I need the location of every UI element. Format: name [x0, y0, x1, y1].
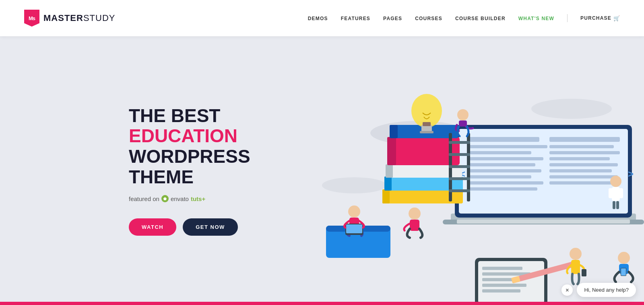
- svg-rect-50: [449, 153, 470, 156]
- svg-rect-29: [609, 188, 613, 198]
- svg-rect-21: [549, 169, 612, 172]
- featured-line: featured on envatotuts+: [129, 195, 298, 202]
- svg-point-54: [457, 109, 469, 120]
- svg-rect-46: [423, 122, 431, 126]
- nav-link-purchase[interactable]: PURCHASE: [580, 15, 611, 21]
- hero-title: THE BEST EDUCATION WORDPRESS THEME: [129, 106, 298, 187]
- svg-rect-42: [390, 125, 398, 138]
- chat-widget: × Hi, Need any help?: [561, 283, 636, 297]
- chat-close-button[interactable]: ×: [561, 284, 573, 296]
- nav-item-whats-new[interactable]: WHAT'S NEW: [518, 15, 554, 22]
- hero-content: THE BEST EDUCATION WORDPRESS THEME featu…: [129, 106, 298, 236]
- svg-rect-80: [621, 268, 626, 276]
- hero-illustration: < >: [290, 44, 644, 305]
- svg-rect-40: [387, 137, 396, 165]
- svg-rect-12: [467, 169, 541, 172]
- nav-link-pages[interactable]: PAGES: [383, 16, 402, 21]
- svg-rect-31: [613, 201, 615, 209]
- svg-rect-45: [420, 131, 433, 133]
- svg-rect-15: [467, 187, 537, 191]
- logo[interactable]: Ms MASTERSTUDY: [24, 10, 115, 27]
- watch-button[interactable]: WATCH: [129, 218, 176, 236]
- svg-rect-69: [482, 284, 526, 287]
- svg-rect-51: [449, 165, 470, 168]
- svg-rect-13: [467, 175, 531, 178]
- svg-point-2: [322, 177, 386, 193]
- nav-item-courses[interactable]: COURSES: [415, 15, 442, 22]
- svg-rect-20: [549, 163, 618, 166]
- svg-rect-66: [482, 267, 522, 270]
- svg-rect-19: [549, 157, 610, 160]
- nav-link-course-builder[interactable]: COURSE BUILDER: [455, 16, 506, 21]
- nav-link-whats-new[interactable]: WHAT'S NEW: [518, 16, 554, 21]
- envato-icon: [161, 195, 169, 202]
- svg-rect-61: [346, 224, 362, 233]
- svg-rect-22: [549, 175, 618, 178]
- svg-rect-38: [386, 164, 393, 178]
- svg-point-27: [610, 176, 621, 187]
- nav-link-demos[interactable]: DEMOS: [308, 16, 328, 21]
- svg-rect-49: [449, 141, 470, 144]
- svg-rect-17: [549, 145, 614, 148]
- nav-link-features[interactable]: FEATURES: [341, 16, 370, 21]
- svg-point-62: [409, 207, 421, 220]
- main-nav: Ms MASTERSTUDY DEMOS FEATURES PAGES COUR…: [0, 0, 644, 36]
- hero-section: THE BEST EDUCATION WORDPRESS THEME featu…: [0, 36, 644, 305]
- hero-buttons: WATCH GET NOW: [129, 218, 298, 236]
- svg-rect-11: [467, 163, 535, 166]
- bottom-strip: [0, 302, 644, 305]
- nav-item-demos[interactable]: DEMOS: [308, 15, 328, 22]
- svg-rect-10: [467, 157, 543, 160]
- svg-rect-76: [582, 269, 586, 276]
- svg-rect-63: [410, 220, 419, 231]
- svg-rect-32: [616, 201, 619, 209]
- svg-rect-75: [571, 260, 580, 274]
- svg-rect-26: [457, 220, 630, 224]
- svg-rect-36: [384, 176, 392, 191]
- svg-rect-8: [467, 145, 547, 148]
- svg-rect-7: [467, 137, 539, 142]
- nav-link-courses[interactable]: COURSES: [415, 16, 442, 21]
- svg-rect-23: [549, 181, 614, 185]
- chat-bubble[interactable]: Hi, Need any help?: [577, 283, 636, 297]
- logo-icon: Ms: [24, 10, 39, 27]
- svg-rect-14: [467, 181, 543, 185]
- cart-icon: 🛒: [613, 15, 620, 21]
- logo-text: MASTERSTUDY: [43, 13, 115, 23]
- svg-rect-70: [482, 289, 520, 293]
- svg-point-74: [570, 248, 582, 260]
- svg-point-1: [531, 99, 612, 119]
- nav-item-purchase[interactable]: PURCHASE 🛒: [580, 15, 620, 21]
- svg-rect-30: [619, 188, 623, 198]
- svg-rect-28: [612, 187, 620, 201]
- nav-item-features[interactable]: FEATURES: [341, 15, 370, 22]
- svg-rect-52: [449, 177, 470, 180]
- nav-item-pages[interactable]: PAGES: [383, 15, 402, 22]
- svg-rect-34: [382, 189, 390, 203]
- svg-text:>: >: [628, 168, 634, 179]
- get-now-button[interactable]: GET NOW: [183, 218, 238, 236]
- nav-divider: [567, 14, 568, 22]
- nav-item-course-builder[interactable]: COURSE BUILDER: [455, 15, 506, 22]
- svg-point-77: [618, 252, 630, 264]
- svg-rect-53: [449, 189, 470, 192]
- nav-links: DEMOS FEATURES PAGES COURSES COURSE BUIL…: [308, 14, 620, 22]
- svg-point-58: [348, 205, 360, 218]
- svg-rect-9: [467, 151, 531, 154]
- svg-rect-18: [549, 151, 620, 154]
- svg-rect-16: [549, 137, 620, 142]
